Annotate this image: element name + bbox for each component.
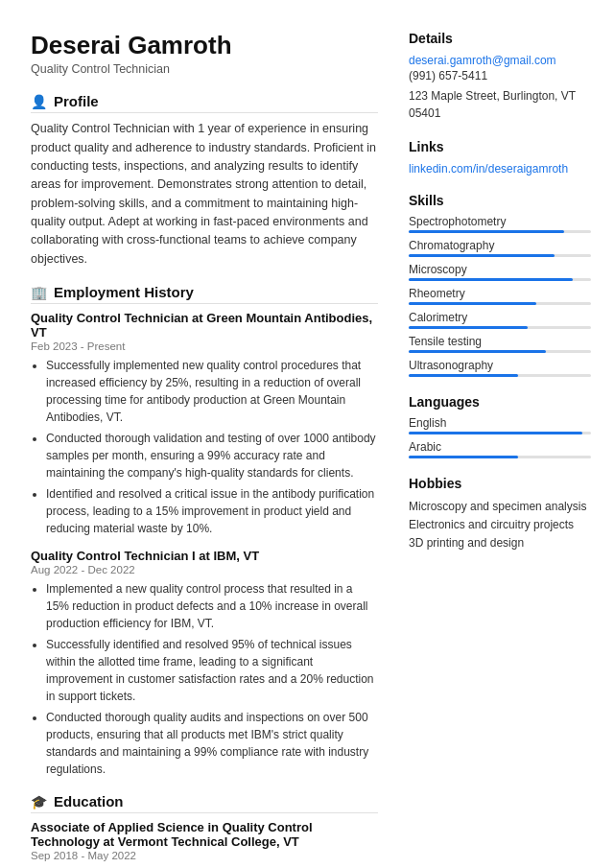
skill-bar-bg bbox=[409, 326, 591, 329]
languages-section: Languages EnglishArabic bbox=[409, 394, 591, 458]
language-item: Arabic bbox=[409, 440, 591, 458]
hobbies-list: Microscopy and specimen analysisElectron… bbox=[409, 498, 591, 553]
hobbies-title: Hobbies bbox=[409, 476, 591, 491]
employment-section: 🏢 Employment History Quality Control Tec… bbox=[31, 284, 378, 778]
language-bar-bg bbox=[409, 456, 591, 458]
skill-bar-bg bbox=[409, 302, 591, 305]
education-section: 🎓 Education Associate of Applied Science… bbox=[31, 793, 378, 868]
job-bullet: Implemented a new quality control proces… bbox=[46, 580, 378, 632]
job-entry: Quality Control Technician at Green Moun… bbox=[31, 311, 378, 537]
edu-entry: Associate of Applied Science in Quality … bbox=[31, 820, 378, 868]
skill-item: Chromatography bbox=[409, 239, 591, 257]
skill-bar-bg bbox=[409, 278, 591, 281]
skill-name: Microscopy bbox=[409, 263, 591, 276]
job-entry: Quality Control Technician I at IBM, VTA… bbox=[31, 549, 378, 778]
skill-item: Microscopy bbox=[409, 263, 591, 281]
details-section: Details deserai.gamroth@gmail.com (991) … bbox=[409, 31, 591, 122]
skill-name: Chromatography bbox=[409, 239, 591, 252]
job-bullet: Successfully identified and resolved 95%… bbox=[46, 636, 378, 705]
profile-section-title: 👤 Profile bbox=[31, 93, 378, 113]
job-date: Feb 2023 - Present bbox=[31, 340, 378, 352]
skill-name: Tensile testing bbox=[409, 335, 591, 348]
details-title: Details bbox=[409, 31, 591, 46]
language-name: Arabic bbox=[409, 440, 591, 454]
skill-bar-bg bbox=[409, 350, 591, 353]
skill-item: Tensile testing bbox=[409, 335, 591, 353]
right-column: Details deserai.gamroth@gmail.com (991) … bbox=[409, 31, 591, 868]
skill-bar-bg bbox=[409, 230, 591, 233]
links-section: Links linkedin.com/in/deseraigamroth bbox=[409, 139, 591, 176]
hobbies-section: Hobbies Microscopy and specimen analysis… bbox=[409, 476, 591, 553]
skill-name: Ultrasonography bbox=[409, 359, 591, 372]
profile-section: 👤 Profile Quality Control Technician wit… bbox=[31, 93, 378, 269]
job-date: Aug 2022 - Dec 2022 bbox=[31, 564, 378, 575]
edu-title: Associate of Applied Science in Quality … bbox=[31, 820, 378, 849]
job-bullet: Conducted thorough quality audits and in… bbox=[46, 709, 378, 778]
skills-list: SpectrophotometryChromatographyMicroscop… bbox=[409, 215, 591, 377]
job-bullet: Identified and resolved a critical issue… bbox=[46, 485, 378, 537]
hobby-item: 3D printing and design bbox=[409, 534, 591, 552]
skill-bar-fill bbox=[409, 350, 546, 353]
skill-item: Spectrophotometry bbox=[409, 215, 591, 233]
skill-bar-fill bbox=[409, 230, 564, 233]
employment-icon: 🏢 bbox=[31, 285, 47, 300]
job-bullets: Implemented a new quality control proces… bbox=[31, 580, 378, 778]
profile-icon: 👤 bbox=[31, 94, 47, 109]
language-item: English bbox=[409, 416, 591, 434]
skill-item: Ultrasonography bbox=[409, 359, 591, 377]
linkedin-link[interactable]: linkedin.com/in/deseraigamroth bbox=[409, 162, 568, 176]
skill-bar-fill bbox=[409, 374, 518, 377]
skills-title: Skills bbox=[409, 193, 591, 208]
job-title: Quality Control Technician I at IBM, VT bbox=[31, 549, 378, 563]
hobby-item: Electronics and circuitry projects bbox=[409, 516, 591, 534]
language-bar-bg bbox=[409, 432, 591, 434]
education-section-title: 🎓 Education bbox=[31, 793, 378, 813]
candidate-subtitle: Quality Control Technician bbox=[31, 62, 378, 76]
address-detail: 123 Maple Street, Burlington, VT 05401 bbox=[409, 87, 591, 122]
languages-title: Languages bbox=[409, 394, 591, 410]
education-list: Associate of Applied Science in Quality … bbox=[31, 820, 378, 868]
language-name: English bbox=[409, 416, 591, 430]
job-bullets: Successfully implemented new quality con… bbox=[31, 357, 378, 537]
skill-name: Calorimetry bbox=[409, 311, 591, 324]
skill-item: Rheometry bbox=[409, 287, 591, 305]
profile-text: Quality Control Technician with 1 year o… bbox=[31, 120, 378, 269]
skill-name: Rheometry bbox=[409, 287, 591, 300]
candidate-name: Deserai Gamroth bbox=[31, 31, 378, 60]
skill-bar-fill bbox=[409, 326, 528, 329]
skill-bar-fill bbox=[409, 302, 536, 305]
phone-detail: (991) 657-5411 bbox=[409, 67, 591, 84]
edu-date: Sep 2018 - May 2022 bbox=[31, 850, 378, 861]
languages-list: EnglishArabic bbox=[409, 416, 591, 458]
links-list: linkedin.com/in/deseraigamroth bbox=[409, 161, 591, 176]
email-link[interactable]: deserai.gamroth@gmail.com bbox=[409, 54, 556, 67]
hobby-item: Microscopy and specimen analysis bbox=[409, 498, 591, 516]
left-column: Deserai Gamroth Quality Control Technici… bbox=[31, 31, 378, 868]
skill-bar-bg bbox=[409, 374, 591, 377]
skill-item: Calorimetry bbox=[409, 311, 591, 329]
job-bullet: Successfully implemented new quality con… bbox=[46, 357, 378, 426]
skill-name: Spectrophotometry bbox=[409, 215, 591, 228]
skills-section: Skills SpectrophotometryChromatographyMi… bbox=[409, 193, 591, 377]
skill-bar-fill bbox=[409, 254, 555, 257]
jobs-list: Quality Control Technician at Green Moun… bbox=[31, 311, 378, 778]
skill-bar-fill bbox=[409, 278, 573, 281]
skill-bar-bg bbox=[409, 254, 591, 257]
employment-section-title: 🏢 Employment History bbox=[31, 284, 378, 304]
job-bullet: Conducted thorough validation and testin… bbox=[46, 430, 378, 481]
language-bar-fill bbox=[409, 456, 518, 458]
job-title: Quality Control Technician at Green Moun… bbox=[31, 311, 378, 340]
resume-header: Deserai Gamroth Quality Control Technici… bbox=[31, 31, 378, 76]
links-title: Links bbox=[409, 139, 591, 154]
education-icon: 🎓 bbox=[31, 794, 47, 809]
language-bar-fill bbox=[409, 432, 582, 434]
